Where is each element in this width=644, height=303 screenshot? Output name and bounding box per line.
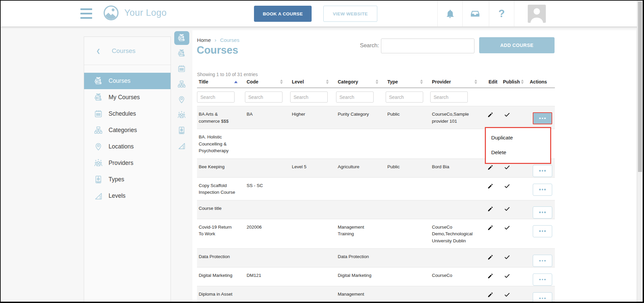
strip-item-schedules[interactable] bbox=[171, 61, 192, 76]
edit-pencil-icon[interactable] bbox=[487, 256, 494, 261]
strip-item-my-courses[interactable] bbox=[171, 46, 192, 61]
sidebar-collapse-header[interactable]: ❮ Courses bbox=[84, 37, 171, 65]
strip-item-box bbox=[174, 31, 189, 45]
filter-input-provider[interactable] bbox=[430, 92, 468, 103]
sidebar-item-types[interactable]: Types bbox=[84, 171, 171, 188]
filter-input-title[interactable] bbox=[197, 92, 235, 103]
providers-icon bbox=[94, 159, 103, 168]
cell-type bbox=[386, 267, 430, 286]
row-actions-button[interactable] bbox=[533, 292, 552, 302]
publish-check-icon[interactable] bbox=[504, 114, 510, 119]
sidebar-item-levels[interactable]: Levels bbox=[84, 188, 171, 204]
hamburger-menu-icon[interactable] bbox=[80, 8, 92, 19]
column-header-type[interactable]: Type bbox=[386, 79, 430, 84]
publish-check-icon[interactable] bbox=[504, 275, 510, 280]
sidebar-item-courses[interactable]: Courses bbox=[84, 73, 171, 89]
column-header-level[interactable]: Level bbox=[290, 79, 336, 84]
sidebar-item-my-courses[interactable]: My Courses bbox=[84, 89, 171, 106]
cell-category bbox=[336, 178, 386, 200]
cell-category: Management Training bbox=[336, 219, 386, 249]
add-course-button[interactable]: ADD COURSE bbox=[479, 37, 555, 53]
schedules-icon bbox=[94, 109, 103, 118]
user-avatar[interactable] bbox=[528, 5, 546, 23]
edit-pencil-icon[interactable] bbox=[487, 227, 494, 232]
filter-input-level[interactable] bbox=[290, 92, 328, 103]
column-header-title[interactable]: Title bbox=[197, 79, 245, 84]
schedules-icon bbox=[177, 64, 186, 73]
column-header-provider[interactable]: Provider bbox=[430, 79, 485, 84]
row-actions-button[interactable] bbox=[533, 206, 552, 219]
publish-check-icon[interactable] bbox=[504, 256, 510, 261]
publish-check-icon[interactable] bbox=[504, 208, 510, 213]
sidebar-item-locations[interactable]: Locations bbox=[84, 138, 171, 155]
global-search-input[interactable] bbox=[381, 39, 474, 53]
row-actions-button[interactable] bbox=[533, 112, 552, 124]
scrollbar-thumb[interactable] bbox=[638, 2, 642, 172]
cell-provider: Bord Bia bbox=[430, 159, 485, 177]
strip-item-locations[interactable] bbox=[171, 92, 192, 107]
column-header-edit[interactable]: Edit bbox=[485, 79, 500, 84]
edit-pencil-icon[interactable] bbox=[487, 114, 494, 119]
filter-cell-code bbox=[245, 92, 290, 103]
strip-item-levels[interactable] bbox=[171, 138, 192, 154]
logo-text: Your Logo bbox=[124, 8, 167, 18]
edit-pencil-icon[interactable] bbox=[487, 294, 494, 299]
cell-type bbox=[386, 129, 430, 159]
menu-item-duplicate[interactable]: Duplicate bbox=[486, 130, 550, 145]
cell-provider bbox=[430, 129, 485, 159]
cell-title: BA. Holistic Councelling & Psychotherapy bbox=[197, 129, 245, 159]
strip-item-courses[interactable] bbox=[171, 30, 192, 46]
top-bar: Your Logo BOOK A COURSE VIEW WEBSITE ? bbox=[1, 1, 643, 26]
sidebar-item-schedules[interactable]: Schedules bbox=[84, 106, 171, 122]
column-header-actions[interactable]: Actions bbox=[520, 79, 555, 84]
cell-provider: CourseCo,Sample provider 101 bbox=[430, 106, 485, 129]
edit-pencil-icon[interactable] bbox=[487, 208, 494, 213]
cell-code bbox=[245, 286, 290, 302]
publish-check-icon[interactable] bbox=[504, 167, 510, 172]
strip-item-types[interactable] bbox=[171, 123, 192, 138]
strip-item-box bbox=[174, 93, 189, 107]
sidebar-item-providers[interactable]: Providers bbox=[84, 155, 171, 171]
book-a-course-button[interactable]: BOOK A COURSE bbox=[254, 6, 312, 22]
view-website-button[interactable]: VIEW WEBSITE bbox=[323, 6, 377, 22]
column-label: Edit bbox=[489, 79, 497, 84]
page-title: Courses bbox=[197, 44, 238, 56]
app-window: Your Logo BOOK A COURSE VIEW WEBSITE ? ❮… bbox=[0, 0, 644, 303]
publish-check-icon[interactable] bbox=[504, 185, 510, 190]
cell-publish bbox=[500, 286, 520, 302]
breadcrumb-current[interactable]: Courses bbox=[220, 37, 240, 43]
sidebar-item-categories[interactable]: Categories bbox=[84, 122, 171, 138]
vertical-scrollbar[interactable] bbox=[637, 1, 643, 302]
cell-publish bbox=[500, 200, 520, 219]
inbox-tray-icon[interactable] bbox=[463, 1, 488, 26]
breadcrumb-home-link[interactable]: Home bbox=[197, 37, 211, 43]
filter-input-category[interactable] bbox=[336, 92, 374, 103]
column-header-publish[interactable]: Publish bbox=[500, 79, 520, 84]
cell-level bbox=[290, 219, 336, 249]
column-label: Type bbox=[387, 79, 398, 84]
filter-input-code[interactable] bbox=[245, 92, 282, 103]
help-icon[interactable]: ? bbox=[489, 1, 514, 26]
menu-item-delete[interactable]: Delete bbox=[486, 145, 550, 160]
strip-item-box bbox=[174, 77, 189, 91]
edit-pencil-icon[interactable] bbox=[487, 275, 494, 280]
filter-input-type[interactable] bbox=[386, 92, 423, 103]
column-header-category[interactable]: Category bbox=[336, 79, 386, 84]
row-actions-button[interactable] bbox=[533, 165, 552, 177]
strip-item-categories[interactable] bbox=[171, 76, 192, 92]
cell-level: Higher bbox=[290, 106, 336, 129]
row-actions-button[interactable] bbox=[533, 274, 552, 286]
row-actions-button[interactable] bbox=[533, 225, 552, 237]
edit-pencil-icon[interactable] bbox=[487, 185, 494, 190]
strip-item-providers[interactable] bbox=[171, 107, 192, 123]
edit-pencil-icon[interactable] bbox=[487, 167, 494, 172]
column-header-code[interactable]: Code bbox=[245, 79, 290, 84]
breadcrumb-separator: › bbox=[214, 37, 216, 43]
search-label: Search: bbox=[348, 42, 379, 49]
notifications-bell-icon[interactable] bbox=[438, 1, 462, 26]
publish-check-icon[interactable] bbox=[504, 227, 510, 232]
publish-check-icon[interactable] bbox=[504, 294, 510, 299]
my-courses-icon bbox=[94, 93, 103, 102]
row-actions-button[interactable] bbox=[533, 255, 552, 267]
row-actions-button[interactable] bbox=[533, 184, 552, 196]
